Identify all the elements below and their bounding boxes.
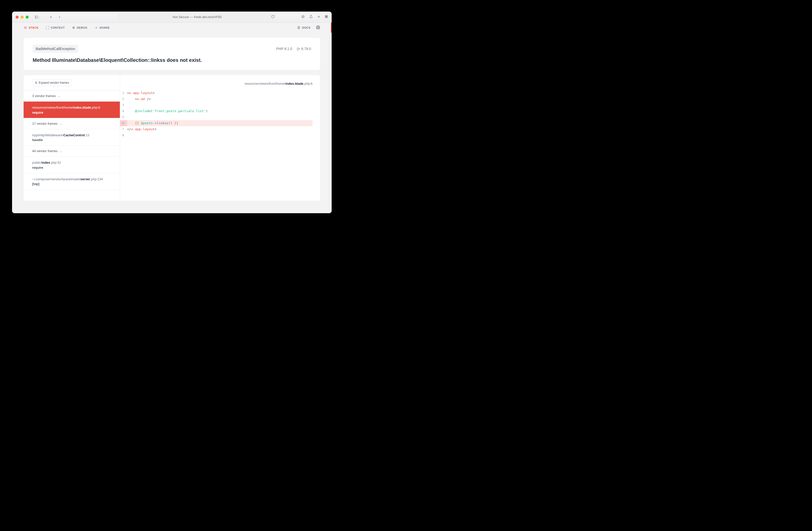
code-token: x-app-layout [129,91,153,95]
svg-rect-8 [327,17,328,18]
error-message: Method Illuminate\Database\Eloquent\Coll… [33,57,311,63]
frame-path-prefix: App\Http\Middleware\ [32,133,63,137]
env-info: PHP 8.1.0 8.79.0 [276,47,311,51]
code-line: 7 </x-app-layout> [120,126,313,132]
frame-path-prefix: public/ [32,160,42,165]
frame-path-prefix: ~/.composer/vendor/laravel/valet/ [32,177,81,181]
laravel-icon [297,47,300,51]
ignition-tabbar: STACK CONTEXT DEBUG SHARE DOCS [12,23,332,33]
frame-path-file: CacheControl [63,133,85,137]
chevron-down-icon: ⌄ [60,149,62,153]
svg-rect-7 [325,17,326,18]
frame-path-file: server [81,177,90,181]
code-token: 'front.posts.partials.list' [153,109,206,113]
line-number: 5 [120,114,127,120]
close-window-button[interactable] [16,16,18,18]
vendor-group-label: 3 vendor frames [32,94,56,98]
code-line: 5 [120,114,313,120]
tab-debug-label: DEBUG [77,26,87,29]
tab-context[interactable]: CONTEXT [46,26,65,29]
tab-debug[interactable]: DEBUG [72,26,87,29]
expand-vendor-label: Expand vendor frames [39,81,69,84]
svg-rect-6 [327,15,328,16]
exception-card: BadMethodCallException PHP 8.1.0 8.79.0 … [24,38,320,70]
browser-window: ⌄ Not Secure — freek.dev.test/#F65 + [12,12,332,213]
tab-stack-label: STACK [29,26,39,29]
accent-stripe [331,23,332,33]
frame-path-suffix: .php:6 [91,106,100,109]
filepath-file: index.blade [286,82,304,85]
vendor-group-label: 17 vendor frames [32,122,58,125]
stack-frames-panel: ⇅ Expand vendor frames 3 vendor frames ⌄… [24,75,120,201]
line-number: 3 [120,102,127,108]
stack-frame[interactable]: ~/.composer/vendor/laravel/valet/server.… [24,173,120,190]
frame-method: handle [32,138,111,142]
vendor-group-label: 44 vendor frames [32,149,58,153]
settings-button[interactable] [316,25,320,30]
frame-path-suffix: .php:52 [50,160,61,165]
code-token: ->linkss() [153,121,174,125]
line-number: 6 [120,120,127,126]
line-number: 8 [120,132,127,138]
code-line: 8 [120,132,313,138]
svg-point-12 [73,27,74,28]
tab-share-label: SHARE [100,26,110,29]
sidebar-toggle-button[interactable]: ⌄ [33,15,42,19]
nav-back-button[interactable] [48,15,54,19]
docs-label: DOCS [302,26,310,29]
svg-point-21 [318,27,319,28]
maximize-window-button[interactable] [26,16,29,18]
stack-frame[interactable]: App\Http\Middleware\CacheControl:13 hand… [24,129,120,146]
line-number: 7 [120,126,127,132]
code-block: 1 <x-app-layout> 2 <x-ad /> 3 4 @include… [120,90,313,138]
minimize-window-button[interactable] [20,16,24,18]
code-token: }} [174,121,178,125]
code-token: @include [135,109,151,113]
tab-overview-button[interactable] [324,15,328,19]
frame-method: require [32,166,111,169]
vendor-frame-group[interactable]: 17 vendor frames ⌄ [24,118,120,129]
frame-path-prefix: resources/views/front/home/ [32,106,73,109]
svg-rect-5 [325,15,326,16]
code-token: x-ad [137,97,145,101]
code-token: {{ [135,121,141,125]
tab-context-label: CONTEXT [51,26,65,29]
stack-frame-active[interactable]: resources/views/front/home/index.blade.p… [24,101,120,118]
tab-stack[interactable]: STACK [24,26,39,29]
vendor-frame-group[interactable]: 44 vendor frames ⌄ [24,145,120,157]
php-version: PHP 8.1.0 [276,47,292,51]
frame-path-file: index [42,160,50,165]
code-filepath: resources/views/front/home/index.blade.p… [120,79,313,90]
svg-line-17 [73,27,73,27]
svg-line-18 [74,28,74,29]
line-number: 1 [120,90,127,96]
exception-class-badge: BadMethodCallException [33,45,78,53]
page-content: STACK CONTEXT DEBUG SHARE DOCS [12,23,332,213]
vendor-frame-group[interactable]: 3 vendor frames ⌄ [24,90,120,101]
line-number: 2 [120,96,127,102]
frame-method: require [32,111,111,114]
new-tab-button[interactable]: + [317,14,320,19]
filepath-prefix: resources/views/front/home/ [245,82,286,85]
downloads-button[interactable] [301,15,305,19]
frame-path-suffix: .php:234 [90,177,103,181]
tab-share[interactable]: SHARE [95,26,110,29]
expand-icon: ⇅ [35,81,37,84]
docs-link[interactable]: DOCS [297,26,310,29]
expand-vendor-frames-button[interactable]: ⇅ Expand vendor frames [32,79,72,86]
reload-button[interactable] [271,15,275,19]
address-bar[interactable]: Not Secure — freek.dev.test/#F65 [118,14,277,20]
code-panel: resources/views/front/home/index.blade.p… [120,75,320,201]
address-text: Not Secure — freek.dev.test/#F65 [173,15,222,19]
stack-frame[interactable]: public/index.php:52 require [24,157,120,173]
nav-forward-button[interactable] [56,15,63,19]
code-line: 1 <x-app-layout> [120,90,313,96]
svg-line-19 [73,28,73,29]
share-button[interactable] [309,15,313,19]
code-line: 3 [120,102,313,108]
code-token: x-app-layout [131,127,155,131]
laravel-version-text: 8.79.0 [301,47,311,51]
svg-line-20 [74,27,74,27]
titlebar: ⌄ Not Secure — freek.dev.test/#F65 + [12,12,332,23]
right-toolbar: + [301,14,328,19]
